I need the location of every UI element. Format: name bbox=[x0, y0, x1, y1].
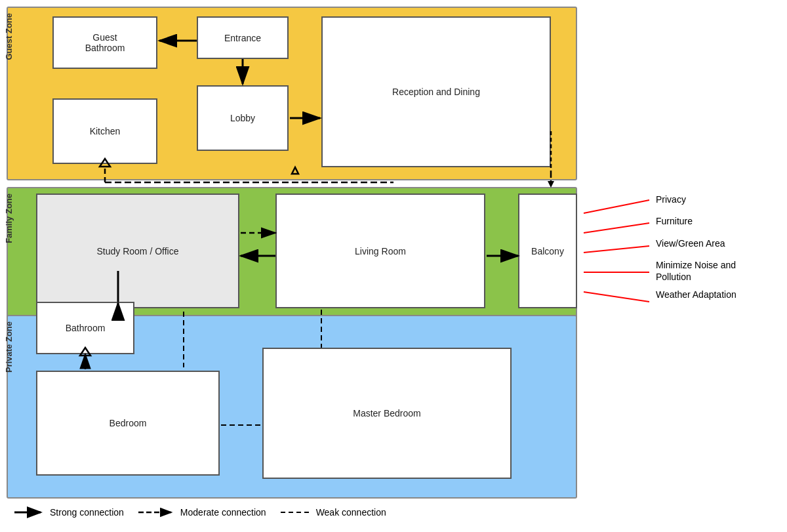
legend-weak-label: Weak connection bbox=[316, 507, 386, 518]
room-study-office: Study Room / Office bbox=[36, 194, 239, 308]
legend-moderate-label: Moderate connection bbox=[180, 507, 266, 518]
room-entrance: Entrance bbox=[197, 16, 289, 59]
svg-line-8 bbox=[584, 292, 649, 302]
legend-strong-arrow bbox=[13, 506, 46, 519]
room-reception-dining: Reception and Dining bbox=[321, 16, 551, 167]
svg-line-4 bbox=[584, 200, 649, 213]
legend-strong: Strong connection bbox=[13, 506, 124, 519]
diagram-container: Guest Zone Family Zone Private Zone Gues… bbox=[0, 0, 787, 532]
annotation-weather: Weather Adaptation bbox=[656, 289, 737, 300]
legend-weak-line bbox=[279, 506, 312, 519]
room-bathroom: Bathroom bbox=[36, 302, 134, 354]
guest-zone-label: Guest Zone bbox=[4, 13, 14, 60]
legend-strong-label: Strong connection bbox=[50, 507, 124, 518]
legend-moderate-arrow bbox=[137, 506, 176, 519]
room-living-room: Living Room bbox=[275, 194, 485, 308]
room-kitchen: Kitchen bbox=[52, 98, 157, 164]
room-guest-bathroom: Guest Bathroom bbox=[52, 16, 157, 69]
room-lobby: Lobby bbox=[197, 85, 289, 151]
legend-moderate: Moderate connection bbox=[137, 506, 266, 519]
room-bedroom: Bedroom bbox=[36, 371, 220, 476]
private-zone-label: Private Zone bbox=[4, 321, 14, 373]
room-master-bedroom: Master Bedroom bbox=[262, 348, 512, 479]
family-zone-label: Family Zone bbox=[4, 194, 14, 243]
legend-weak: Weak connection bbox=[279, 506, 386, 519]
legend: Strong connection Moderate connection We… bbox=[13, 506, 386, 519]
svg-line-6 bbox=[584, 246, 649, 253]
annotation-noise: Minimize Noise andPollution bbox=[656, 259, 736, 283]
annotation-privacy: Privacy bbox=[656, 194, 686, 205]
annotation-view: View/Green Area bbox=[656, 237, 725, 249]
svg-line-5 bbox=[584, 223, 649, 233]
annotation-furniture: Furniture bbox=[656, 215, 693, 227]
